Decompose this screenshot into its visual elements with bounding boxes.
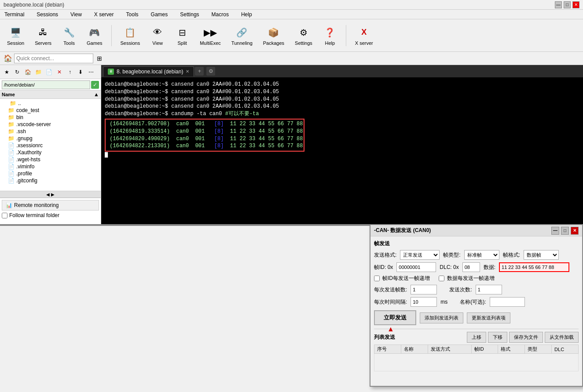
- menu-tools[interactable]: Tools: [124, 11, 141, 18]
- send-mode-select[interactable]: 正常发送: [400, 250, 440, 260]
- sidebar-folder-btn[interactable]: 📁: [33, 67, 43, 77]
- xserver-button[interactable]: X X server: [352, 24, 377, 47]
- tree-item-wget-hsts[interactable]: 📄 .wget-hsts: [1, 156, 100, 163]
- dialog-min-btn[interactable]: —: [551, 227, 559, 235]
- list-up-btn[interactable]: 上移: [467, 332, 486, 343]
- tree-item-gnupg[interactable]: 📁 .gnupg: [1, 135, 100, 142]
- follow-terminal-label: Follow terminal folder: [9, 212, 59, 218]
- update-list-btn[interactable]: 更新发送列表项: [467, 312, 510, 323]
- menu-help[interactable]: Help: [238, 11, 255, 18]
- add-to-list-btn[interactable]: 添加到发送列表: [420, 312, 463, 323]
- menu-sessions[interactable]: Sessions: [34, 11, 61, 18]
- terminal-content[interactable]: debian@beaglebone:~$ cansend can0 2AA#00…: [101, 77, 583, 224]
- frameid-increment-checkbox[interactable]: [374, 276, 380, 281]
- tools-button[interactable]: 🔧 Tools: [59, 24, 80, 47]
- multiexec-button[interactable]: ▶▶ MultiExec: [196, 24, 224, 47]
- tab-close-icon[interactable]: ✕: [186, 69, 189, 74]
- terminal-line-9: (1642694822.213301) can0 001 [8] 11 22 3…: [106, 142, 303, 150]
- tree-item-code-test[interactable]: 📁 code_test: [1, 107, 100, 114]
- split-button[interactable]: ⊟ Split: [172, 24, 193, 47]
- dialog-row3: 帧ID每发送一帧递增 数据每发送一帧递增: [374, 275, 579, 282]
- sidebar-delete-btn[interactable]: ✕: [55, 67, 64, 77]
- tree-item-gitconfig[interactable]: 📄 .gitconfig: [1, 177, 100, 184]
- interval-input[interactable]: [411, 297, 437, 307]
- send-times-input[interactable]: [476, 285, 502, 294]
- collapse-btn[interactable]: ▲: [94, 91, 99, 98]
- tree-item-vscode-server[interactable]: 📁 .vscode-server: [1, 121, 100, 128]
- maximize-button[interactable]: □: [564, 1, 571, 8]
- sessions-button[interactable]: 📋 Sessions: [117, 24, 144, 47]
- servers-button[interactable]: 🖧 Servers: [31, 24, 55, 47]
- collapse-handle[interactable]: ◀ ▶: [0, 191, 101, 198]
- list-col-send-mode: 发送方式: [428, 345, 471, 354]
- dlc-label: DLC: 0x: [440, 264, 458, 270]
- sidebar-up-btn[interactable]: ↑: [65, 67, 75, 77]
- tree-item-profile[interactable]: 📄 .profile: [1, 170, 100, 177]
- tree-item-dotdot[interactable]: 📁 ..: [1, 100, 100, 107]
- menu-games[interactable]: Games: [148, 11, 171, 18]
- list-load-btn[interactable]: 从文件加载: [545, 332, 579, 343]
- path-check-icon: ✓: [91, 81, 99, 89]
- follow-terminal-checkbox[interactable]: [2, 213, 7, 218]
- sidebar-more-btn[interactable]: ⋯: [86, 67, 96, 77]
- sidebar-download-btn[interactable]: ⬇: [76, 67, 85, 77]
- sidebar-home-btn[interactable]: 🏠: [23, 67, 33, 77]
- terminal-tab-8[interactable]: 🖥 8. beaglebone.local (debian) ✕: [103, 66, 194, 76]
- folder-icon: 📁: [8, 107, 15, 113]
- frame-type-select[interactable]: 标准帧: [464, 250, 499, 260]
- send-now-btn[interactable]: 立即发送: [374, 310, 416, 325]
- menu-terminal[interactable]: Terminal: [2, 11, 27, 18]
- terminal-line-8: (1642694820.490029) can0 001 [8] 11 22 3…: [106, 135, 303, 143]
- terminal-line-1: debian@beaglebone:~$ cansend can0 2AA#00…: [105, 81, 579, 88]
- sidebar-star-btn[interactable]: ★: [2, 67, 11, 77]
- tree-item-bin[interactable]: 📁 bin: [1, 114, 100, 121]
- checkbox2-label: 数据每发送一帧递增: [447, 275, 495, 282]
- sidebar-refresh-btn[interactable]: ↻: [12, 67, 22, 77]
- list-save-btn[interactable]: 保存为文件: [509, 332, 543, 343]
- close-button[interactable]: ✕: [572, 1, 579, 8]
- tab-options-btn[interactable]: ⚙: [206, 67, 215, 76]
- settings-button[interactable]: ⚙ Settings: [291, 24, 316, 47]
- menu-settings[interactable]: Settings: [177, 11, 202, 18]
- tree-item-viminfo[interactable]: 📄 .viminfo: [1, 163, 100, 170]
- list-col-name: 名称: [401, 345, 428, 354]
- frame-id-input[interactable]: [396, 262, 436, 272]
- packages-button[interactable]: 📦 Packages: [260, 24, 288, 47]
- folder-icon: 📁: [8, 135, 15, 142]
- tree-item-xauthority[interactable]: 📄 .Xauthority: [1, 149, 100, 156]
- data-increment-checkbox[interactable]: [439, 276, 444, 281]
- file-icon: 📄: [8, 178, 15, 184]
- minimize-button[interactable]: —: [555, 1, 562, 8]
- remote-monitoring-btn[interactable]: 📊 Remote monitoring: [2, 200, 99, 211]
- quick-connect-input[interactable]: [14, 54, 93, 63]
- frame-send-section-title: 帧发送: [374, 240, 579, 247]
- new-tab-btn[interactable]: +: [195, 67, 204, 76]
- menu-view[interactable]: View: [68, 11, 84, 18]
- dialog-max-btn[interactable]: □: [561, 227, 569, 235]
- dialog-close-btn[interactable]: ✕: [571, 227, 579, 235]
- menu-macros[interactable]: Macros: [209, 11, 231, 18]
- sidebar-newfile-btn[interactable]: 📄: [44, 67, 54, 77]
- folder-icon: 📁: [8, 114, 15, 120]
- terminal-cursor: █: [105, 152, 579, 159]
- path-input[interactable]: [2, 80, 90, 89]
- list-col-dlc: DLC: [552, 345, 579, 354]
- send-count-input[interactable]: [411, 285, 437, 294]
- quick-connect-bar: 🏠 ⊞: [0, 52, 583, 65]
- tunneling-button[interactable]: 🔗 Tunneling: [228, 24, 256, 47]
- list-empty-row: [374, 354, 579, 371]
- session-button[interactable]: 🖥️ Session: [4, 24, 28, 47]
- title-bar: beaglebone.local (debian) — □ ✕: [0, 0, 583, 10]
- dlc-input[interactable]: [462, 262, 480, 272]
- tree-item-xsessionrc[interactable]: 📄 .xsessionrc: [1, 142, 100, 149]
- list-down-btn[interactable]: 下移: [488, 332, 507, 343]
- tree-item-ssh[interactable]: 📁 .ssh: [1, 128, 100, 135]
- help-button[interactable]: ❓ Help: [319, 24, 341, 47]
- name-input[interactable]: [490, 297, 525, 307]
- data-input[interactable]: [499, 262, 569, 272]
- view-button[interactable]: 👁 View: [147, 24, 168, 47]
- frame-format-select[interactable]: 数据帧: [524, 250, 559, 260]
- menu-xserver[interactable]: X server: [92, 11, 117, 18]
- games-button[interactable]: 🎮 Games: [83, 24, 106, 47]
- terminal-line-4: debian@beaglebone:~$ cansend can0 2AA#00…: [105, 103, 579, 110]
